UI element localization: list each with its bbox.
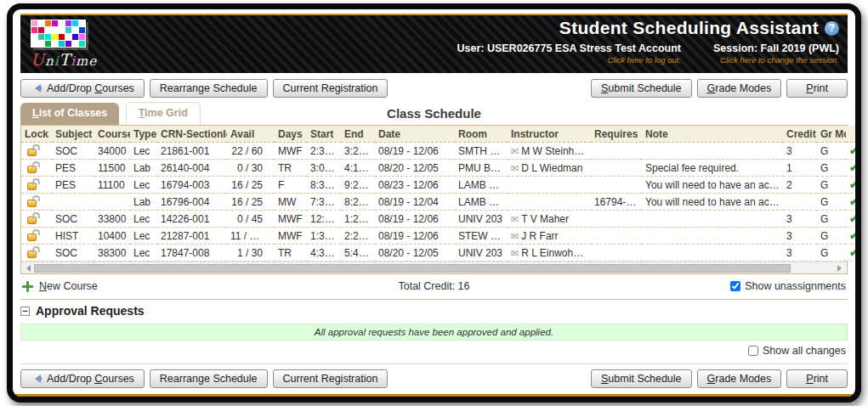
class-schedule-table: LockSubjectCourseTypeCRN-SectionIdAvailD… — [21, 126, 861, 262]
rearrange-schedule-button-bottom[interactable]: Rearrange Schedule — [150, 369, 268, 388]
tab-list-of-classes[interactable]: List of Classes — [20, 103, 119, 125]
top-toolbar: Add/Drop Courses Rearrange Schedule Curr… — [20, 73, 848, 102]
unitime-logo: UniTime — [31, 20, 97, 69]
assigned-check-icon: ✔ — [849, 246, 859, 259]
table-footer: New Course Total Credit: 16 Show unassig… — [20, 274, 848, 299]
assigned-check-icon: ✔ — [849, 229, 859, 242]
approval-status-message: All approval requests have been approved… — [20, 324, 848, 341]
column-header-status[interactable] — [846, 126, 861, 143]
horizontal-scrollbar[interactable] — [21, 262, 847, 273]
logout-link[interactable]: Click here to log out. — [457, 55, 681, 65]
user-label: User: USER026775 ESA Stress Test Account — [457, 42, 681, 54]
new-course-button[interactable]: New Course — [22, 280, 98, 292]
column-header-end[interactable]: End — [341, 126, 375, 143]
rearrange-schedule-label: Rearrange Schedule — [160, 82, 258, 94]
show-unassignments-toggle[interactable]: Show unassignments — [730, 280, 846, 292]
app-window: UniTime Student Scheduling Assistant ? U… — [7, 3, 861, 403]
print-label: Print — [806, 82, 828, 94]
show-all-changes-checkbox[interactable] — [748, 346, 758, 356]
change-session-link[interactable]: Click here to change the session. — [713, 55, 839, 65]
unitime-logo-text: UniTime — [31, 50, 97, 69]
lock-icon[interactable] — [27, 166, 37, 173]
column-header-avail[interactable]: Avail — [227, 126, 275, 143]
column-header-room[interactable]: Room — [455, 126, 508, 143]
table-header-row: LockSubjectCourseTypeCRN-SectionIdAvailD… — [21, 126, 861, 143]
bottom-toolbar: Add/Drop Courses Rearrange Schedule Curr… — [20, 363, 848, 394]
show-all-changes-toggle[interactable]: Show all changes — [748, 345, 846, 357]
grade-modes-label: Grade Modes — [707, 82, 772, 94]
show-unassignments-checkbox[interactable] — [730, 281, 740, 291]
column-header-lock[interactable]: Lock — [21, 126, 52, 143]
page: UniTime Student Scheduling Assistant ? U… — [13, 9, 855, 397]
show-unassignments-label: Show unassignments — [745, 280, 846, 292]
help-icon[interactable]: ? — [825, 21, 839, 36]
envelope-icon: ✉ — [511, 163, 519, 173]
show-all-changes-row: Show all changes — [20, 341, 848, 362]
class-row[interactable]: SOC33800Lec14226-0010 / 45MWF12:30p1:20p… — [21, 211, 861, 228]
lock-icon[interactable] — [27, 183, 37, 190]
envelope-icon: ✉ — [511, 231, 519, 241]
total-credit: Total Credit: 16 — [20, 280, 848, 292]
unitime-logo-mosaic — [31, 20, 86, 48]
envelope-icon: ✉ — [511, 248, 519, 258]
column-header-note[interactable]: Note — [642, 126, 783, 143]
column-header-start[interactable]: Start — [307, 126, 341, 143]
add-drop-courses-button-bottom[interactable]: Add/Drop Courses — [20, 369, 145, 388]
lock-icon[interactable] — [27, 234, 37, 241]
show-all-changes-label: Show all changes — [763, 345, 846, 357]
assigned-check-icon: ✔ — [849, 195, 859, 208]
grade-modes-button[interactable]: Grade Modes — [697, 79, 782, 98]
lock-icon[interactable] — [27, 200, 37, 207]
class-row[interactable]: Lab16796-00416 / 25MW7:30a8:20a08/19 - 1… — [21, 194, 861, 211]
rearrange-schedule-button[interactable]: Rearrange Schedule — [150, 79, 268, 98]
tab-time-grid[interactable]: Time Grid — [126, 102, 201, 125]
column-header-crn-sectionid[interactable]: CRN-SectionId — [157, 126, 227, 143]
assigned-check-icon: ✔ — [849, 178, 859, 191]
submit-schedule-button[interactable]: Submit Schedule — [591, 79, 692, 98]
header: UniTime Student Scheduling Assistant ? U… — [20, 14, 848, 73]
lock-icon[interactable] — [27, 251, 37, 258]
collapse-icon[interactable]: − — [20, 307, 30, 316]
envelope-icon: ✉ — [511, 146, 519, 156]
column-header-course[interactable]: Course — [94, 126, 130, 143]
submit-schedule-button-bottom[interactable]: Submit Schedule — [591, 369, 692, 388]
column-header-date[interactable]: Date — [375, 126, 455, 143]
tab-bar: List of Classes Time Grid Class Schedule — [20, 102, 848, 125]
class-row[interactable]: SOC34000Lec21861-00122 / 60MWF2:30p3:20p… — [21, 143, 861, 160]
column-header-credit[interactable]: Credit — [783, 126, 817, 143]
current-registration-button-bottom[interactable]: Current Registration — [273, 369, 389, 388]
session-label: Session: Fall 2019 (PWL) — [713, 42, 839, 54]
approval-requests-section: − Approval Requests All approval request… — [20, 299, 848, 362]
column-header-days[interactable]: Days — [275, 126, 307, 143]
add-drop-courses-label: Add/Drop Courses — [47, 82, 134, 94]
print-button[interactable]: Print — [786, 79, 848, 98]
back-arrow-icon — [31, 84, 42, 93]
column-header-gr-md[interactable]: Gr Md — [817, 126, 846, 143]
approval-requests-heading: Approval Requests — [36, 304, 145, 318]
class-row[interactable]: HIST10400Lec21287-00111 / 100MWF1:30p2:2… — [21, 228, 861, 245]
new-course-label: New Course — [39, 280, 98, 292]
column-header-type[interactable]: Type — [130, 126, 157, 143]
header-right: Student Scheduling Assistant ? User: USE… — [457, 18, 839, 65]
class-row[interactable]: PES11500Lab26140-0040 / 30TR3:00p4:15p08… — [21, 160, 861, 177]
class-row[interactable]: PES11100Lec16794-00316 / 25F8:30a9:20a08… — [21, 177, 861, 194]
add-drop-courses-button[interactable]: Add/Drop Courses — [20, 79, 145, 98]
scroll-left-arrow-icon[interactable] — [23, 265, 31, 272]
scrollbar-thumb[interactable] — [34, 264, 791, 273]
lock-icon[interactable] — [27, 149, 37, 156]
class-row[interactable]: SOC38300Lec17847-0081 / 30TR4:30p5:45p08… — [21, 245, 861, 262]
column-header-subject[interactable]: Subject — [52, 126, 94, 143]
class-schedule-table-box: LockSubjectCourseTypeCRN-SectionIdAvailD… — [20, 125, 848, 274]
print-button-bottom[interactable]: Print — [786, 369, 848, 388]
column-header-instructor[interactable]: Instructor — [508, 126, 591, 143]
envelope-icon: ✉ — [511, 214, 519, 224]
plus-icon — [22, 281, 33, 292]
lock-icon[interactable] — [27, 217, 37, 224]
current-registration-button[interactable]: Current Registration — [273, 79, 389, 98]
scroll-right-arrow-icon[interactable] — [837, 265, 845, 272]
grade-modes-button-bottom[interactable]: Grade Modes — [697, 369, 782, 388]
current-registration-label: Current Registration — [283, 82, 378, 94]
submit-schedule-label: Submit Schedule — [601, 82, 682, 94]
column-header-requires[interactable]: Requires — [591, 126, 642, 143]
assigned-check-icon: ✔ — [849, 212, 859, 225]
